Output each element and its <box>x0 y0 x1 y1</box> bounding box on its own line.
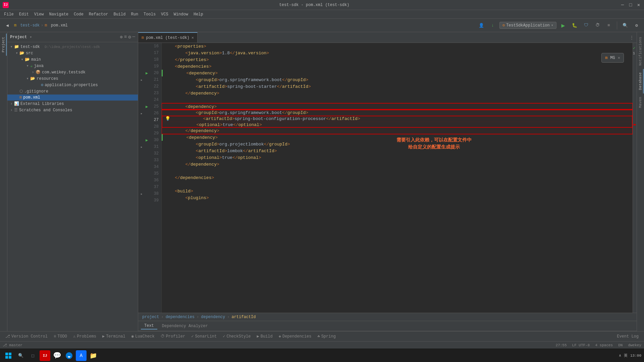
tree-item-package[interactable]: › 📦 com.weikey.testsdk <box>7 69 138 75</box>
code-content[interactable]: <properties> <java.version>1.8</java.ver… <box>162 43 633 313</box>
debug-button[interactable]: 🐛 <box>570 21 579 30</box>
breadcrumb-dependencies-item[interactable]: dependencies <box>166 315 195 319</box>
menu-navigate[interactable]: Navigate <box>46 11 71 17</box>
dependencies-tab[interactable]: ◈ Dependencies <box>276 333 314 340</box>
menu-edit[interactable]: Edit <box>16 11 32 17</box>
menu-refactor[interactable]: Refactor <box>86 11 111 17</box>
start-button[interactable] <box>3 350 14 361</box>
task-view[interactable]: ⬚ <box>28 350 38 361</box>
window-title: test-sdk - pom.xml (test-sdk) <box>279 3 350 7</box>
code-line-35 <box>162 168 633 174</box>
tree-item-appprops[interactable]: › ⚙ application.properties <box>7 82 138 88</box>
stop-button[interactable]: ■ <box>604 21 613 30</box>
profiler-tab[interactable]: ⏱ Profiler <box>158 333 188 340</box>
todo-tab[interactable]: ≡ TODO <box>51 334 70 340</box>
sonarlint-tab[interactable]: ✓ SonarLint <box>189 333 219 340</box>
git-file-icon: ⬡ <box>19 89 23 94</box>
code-line-20: <dependency> <box>162 70 633 76</box>
folder-taskbar[interactable]: 📁 <box>88 350 99 361</box>
code-line-30: <dependency> <box>162 134 633 141</box>
svg-rect-0 <box>5 353 8 355</box>
menu-code[interactable]: Code <box>71 11 86 17</box>
menu-window[interactable]: Window <box>171 11 191 17</box>
project-tab[interactable]: Project <box>1 34 7 56</box>
checkstyle-tab[interactable]: ✓ CheckStyle <box>220 333 253 340</box>
code-line-22: <artifactId>spring-boot-starter</artifac… <box>162 83 633 90</box>
back-button[interactable]: ◀ <box>3 21 12 30</box>
svg-rect-2 <box>5 356 8 359</box>
code-line-24 <box>162 97 633 103</box>
scratch-icon: ☰ <box>14 108 18 113</box>
menu-run[interactable]: Run <box>128 11 141 17</box>
tree-item-ext-libs[interactable]: › 📊 External Libraries <box>7 101 138 107</box>
tab-text[interactable]: Text <box>141 323 157 329</box>
menu-build[interactable]: Build <box>111 11 128 17</box>
deps-icon: ◈ <box>279 334 281 339</box>
spring-tab[interactable]: ☘ Spring <box>315 333 338 340</box>
menu-tools[interactable]: Tools <box>141 11 158 17</box>
close-button[interactable]: ✕ <box>636 2 641 8</box>
floating-card-close-button[interactable]: ✕ <box>618 55 620 60</box>
event-log-tab[interactable]: Event Log <box>614 334 641 340</box>
hide-icon[interactable]: ─ <box>132 34 135 40</box>
wechat-taskbar[interactable]: 💬 <box>52 350 62 361</box>
tree-item-java[interactable]: ▾ ☕ java <box>7 63 138 69</box>
locate-icon[interactable]: ⊕ <box>120 34 122 40</box>
luacheck-tab[interactable]: ◉ LuaCheck <box>129 333 157 340</box>
tree-item-src[interactable]: ▾ 📂 src <box>7 50 138 56</box>
breadcrumb-project: m test-sdk <box>14 23 40 28</box>
coverage-button[interactable]: 🛡 <box>581 21 591 30</box>
toolbar-breadcrumb: m test-sdk › m pom.xml <box>14 23 68 28</box>
code-line-27: 💡 <artifactId>spring-boot-configuration-… <box>162 115 633 122</box>
breadcrumb-dependency-item[interactable]: dependency <box>201 315 225 319</box>
menu-view[interactable]: View <box>32 11 47 17</box>
search-taskbar[interactable]: 🔍 <box>15 350 26 361</box>
build-tab[interactable]: ▶ Build <box>254 333 275 340</box>
breadcrumb-artifactid-item[interactable]: artifactId <box>231 315 256 319</box>
tab-close-button[interactable]: ✕ <box>192 35 194 40</box>
floating-card-icon: m <box>605 56 607 60</box>
profiler-button[interactable]: ⏱ <box>593 21 602 30</box>
settings-button[interactable]: ⚙ <box>632 21 641 30</box>
todo-icon: ≡ <box>54 334 56 339</box>
run-configuration[interactable]: ⚙ TestSdkApplication ▾ <box>499 22 556 29</box>
minimize-button[interactable]: ─ <box>620 2 625 8</box>
menu-vcs[interactable]: VCS <box>158 11 171 17</box>
tree-item-main[interactable]: ▾ 📂 main <box>7 56 138 63</box>
maximize-button[interactable]: □ <box>628 2 633 8</box>
tree-item-project[interactable]: ▾ 📁 test-sdk D:\idea_projects\test-sdk <box>7 44 138 50</box>
version-control-tab[interactable]: ⎇ Version Control <box>3 333 50 340</box>
anki-taskbar[interactable]: A <box>76 350 87 361</box>
git-update-button[interactable]: ↓ <box>488 21 497 30</box>
problems-tab[interactable]: ⚠ Problems <box>70 333 99 340</box>
sonarlint-icon: ✓ <box>191 334 194 339</box>
breadcrumb-project-item[interactable]: project <box>142 315 159 319</box>
terminal-tab[interactable]: ▶ Terminal <box>100 333 128 340</box>
collapse-icon[interactable]: ≡ <box>124 34 127 40</box>
editor-scrollbar[interactable]: ✓ 1 <box>633 43 637 313</box>
terminal-icon: ▶ <box>102 334 105 339</box>
run-button[interactable]: ▶ <box>558 21 568 30</box>
database-tab[interactable]: Database <box>638 69 644 94</box>
line-ending: LF UTF-8 <box>572 343 590 347</box>
project-tree: ▾ 📁 test-sdk D:\idea_projects\test-sdk ▾… <box>7 42 138 331</box>
search-button[interactable]: 🔍 <box>621 21 630 30</box>
options-icon[interactable]: ⚙ <box>128 34 131 40</box>
notifications-tab[interactable]: Notifications <box>638 34 644 69</box>
profile-button[interactable]: 👤 <box>477 21 486 30</box>
tree-item-gitignore[interactable]: › ⬡ .gitignore <box>7 88 138 95</box>
edge-taskbar[interactable] <box>64 350 74 361</box>
intellij-taskbar[interactable]: IJ <box>40 350 50 361</box>
tree-item-pomxml[interactable]: › m pom.xml <box>7 95 138 101</box>
code-line-25: <dependency> <box>162 103 633 110</box>
tree-item-resources[interactable]: ▾ 📂 resources <box>7 75 138 82</box>
tab-dependency-analyzer[interactable]: Dependency Analyzer <box>159 323 211 329</box>
menu-help[interactable]: Help <box>191 11 206 17</box>
tree-item-scratches[interactable]: › ☰ Scratches and Consoles <box>7 107 138 113</box>
menu-file[interactable]: File <box>1 11 16 17</box>
breadcrumb-file: m pom.xml <box>45 23 68 28</box>
build-icon: ▶ <box>257 334 259 339</box>
tab-actions-icon[interactable]: ⋮ <box>630 35 634 40</box>
maven-tab[interactable]: Maven <box>638 94 644 111</box>
editor-tab-pomxml[interactable]: m pom.xml (test-sdk) ✕ <box>138 32 198 43</box>
